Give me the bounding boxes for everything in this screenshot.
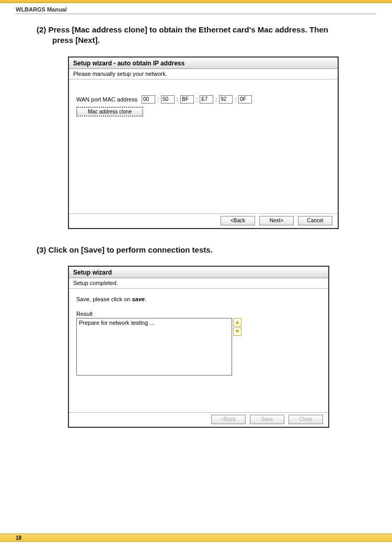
screenshot-setup-completed: Setup wizard Setup completed. Save, plea…	[68, 266, 329, 428]
back-button-disabled: <Back	[211, 415, 246, 424]
colon: :	[157, 96, 159, 103]
page-footer: 18	[0, 533, 392, 542]
scroll-down-button[interactable]	[233, 327, 241, 336]
shot2-body: Save, please click on save. Result Prepa…	[69, 289, 328, 412]
mac-octet-3[interactable]	[180, 95, 194, 104]
close-button-disabled: Close	[289, 415, 323, 424]
save-button[interactable]: Save	[250, 415, 284, 424]
colon: :	[177, 96, 178, 103]
shot1-body: WAN port MAC address : : : : : Mac addre…	[69, 79, 338, 213]
colon: :	[196, 96, 198, 103]
save-prefix: Save, please click on	[76, 296, 132, 302]
mac-octet-5[interactable]	[219, 95, 233, 104]
mac-octet-2[interactable]	[161, 95, 175, 104]
footer-gold-band: 18	[0, 533, 392, 542]
shot1-footer: <Back Next> Cancel	[69, 213, 338, 228]
next-button[interactable]: Next>	[259, 216, 294, 225]
mac-address-clone-button[interactable]: Mac address clone	[76, 107, 143, 117]
result-scroll-buttons	[233, 318, 241, 337]
save-suffix: .	[145, 296, 146, 302]
result-textarea[interactable]: Prepare for network testing ...	[76, 318, 232, 376]
page-number: 18	[16, 535, 21, 541]
result-label: Result	[76, 311, 321, 317]
colon: :	[215, 96, 217, 103]
mac-label: WAN port MAC address	[76, 96, 137, 103]
shot2-footer: <Back Save Close	[69, 412, 328, 427]
manual-title: WLBARGS Manual	[0, 3, 392, 13]
save-word: save	[132, 296, 144, 302]
step-2-text: (2) Press [Mac address clone] to obtain …	[37, 25, 361, 46]
scroll-up-button[interactable]	[233, 318, 241, 326]
save-instruction: Save, please click on save.	[76, 296, 321, 302]
step-2-line1: (2) Press [Mac address clone] to obtain …	[37, 25, 328, 34]
mac-octet-1[interactable]	[142, 95, 155, 104]
step-3-text: (3) Click on [Save] to perform connectio…	[37, 245, 361, 255]
triangle-down-icon	[235, 330, 239, 333]
screenshot-mac-clone: Setup wizard - auto obtain IP address Pl…	[68, 56, 339, 229]
shot2-desc: Setup completed.	[69, 278, 328, 289]
cancel-button[interactable]: Cancel	[298, 216, 332, 225]
mac-octet-4[interactable]	[200, 95, 213, 104]
back-button[interactable]: <Back	[221, 216, 255, 225]
step-2-line2: press [Next].	[37, 35, 361, 46]
triangle-up-icon	[235, 321, 239, 324]
shot2-title: Setup wizard	[69, 267, 328, 278]
shot1-title: Setup wizard - auto obtain IP address	[69, 58, 338, 69]
mac-octet-6[interactable]	[238, 95, 252, 104]
shot1-desc: Please manually setup your network.	[69, 69, 338, 79]
colon: :	[235, 96, 236, 103]
mac-address-row: WAN port MAC address : : : : :	[76, 95, 330, 104]
